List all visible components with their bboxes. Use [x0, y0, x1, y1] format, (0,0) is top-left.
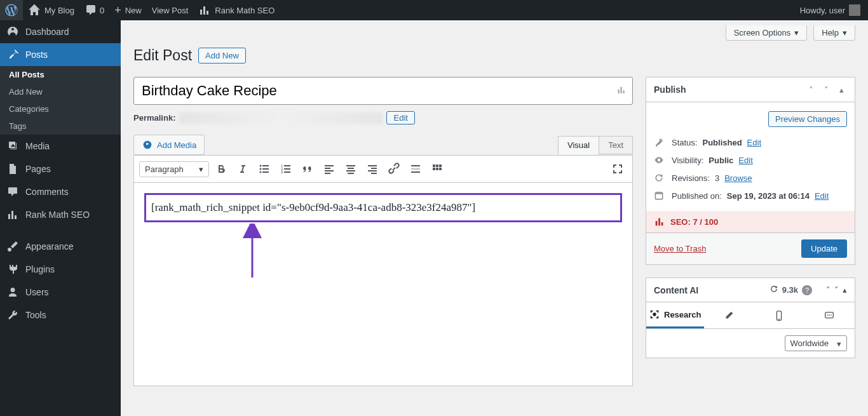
pin-icon [6, 48, 19, 61]
sidebar-item-posts[interactable]: Posts [0, 43, 121, 66]
blockquote-button[interactable] [298, 159, 317, 178]
media-icon [142, 139, 153, 151]
svg-point-0 [260, 165, 262, 167]
rank-math-adminbar-link[interactable]: Rank Math SEO [193, 0, 280, 20]
sidebar-subitem-categories[interactable]: Categories [0, 100, 121, 117]
screen-options-tab[interactable]: Screen Options▾ [726, 25, 808, 41]
revisions-browse-link[interactable]: Browse [724, 173, 752, 183]
metabox-move-up[interactable]: ˄ [805, 84, 817, 95]
number-list-button[interactable]: 123 [276, 159, 295, 178]
move-to-trash-link[interactable]: Move to Trash [654, 244, 706, 253]
admin-sidebar: Dashboard Posts All Posts Add New Catego… [0, 20, 121, 416]
sidebar-item-rank-math[interactable]: Rank Math SEO [0, 203, 121, 226]
permalink-edit-button[interactable]: Edit [386, 111, 414, 124]
avatar [849, 4, 860, 16]
svg-rect-9 [284, 165, 290, 166]
wordpress-icon [5, 4, 18, 17]
svg-rect-14 [325, 170, 334, 171]
revisions-icon [654, 173, 667, 183]
content-ai-tab-phone[interactable] [754, 302, 804, 328]
calendar-icon [654, 191, 667, 201]
svg-rect-32 [439, 168, 442, 170]
bullet-list-button[interactable] [255, 159, 274, 178]
comments-link[interactable]: 0 [79, 0, 109, 20]
metabox-toggle[interactable]: ▴ [836, 84, 847, 95]
key-icon [654, 137, 667, 147]
svg-text:3: 3 [281, 170, 283, 174]
sidebar-item-media[interactable]: Media [0, 135, 121, 158]
sidebar-item-tools[interactable]: Tools [0, 304, 121, 326]
view-post-link[interactable]: View Post [147, 0, 194, 20]
editor-tab-text[interactable]: Text [599, 136, 633, 154]
italic-button[interactable] [233, 159, 252, 178]
wrench-icon [6, 309, 19, 321]
sidebar-item-dashboard[interactable]: Dashboard [0, 20, 121, 43]
shortcode-text: [rank_math_rich_snippet id="s-9eb0cf9d-9… [151, 201, 475, 213]
content-ai-region-select[interactable]: Worldwide [785, 335, 847, 351]
preview-changes-button[interactable]: Preview Changes [768, 111, 847, 127]
page-content: Screen Options▾ Help▾ Edit Post Add New … [121, 20, 868, 416]
align-center-button[interactable] [341, 159, 360, 178]
published-edit-link[interactable]: Edit [815, 191, 829, 201]
refresh-icon[interactable] [770, 285, 778, 295]
metabox-toggle[interactable]: ▴ [843, 285, 847, 295]
readmore-button[interactable] [406, 159, 425, 178]
published-label: Published on: [672, 191, 722, 201]
sidebar-subitem-tags[interactable]: Tags [0, 117, 121, 135]
visibility-label: Visibility: [672, 156, 703, 165]
toolbar-toggle-button[interactable] [428, 159, 447, 178]
editor-body[interactable]: [rank_math_rich_snippet id="s-9eb0cf9d-9… [133, 183, 633, 386]
sidebar-item-pages[interactable]: Pages [0, 158, 121, 180]
sidebar-item-plugins[interactable]: Plugins [0, 258, 121, 281]
svg-point-43 [831, 314, 832, 316]
pencil-icon [723, 310, 735, 321]
update-button[interactable]: Update [801, 239, 847, 258]
sidebar-subitem-add-new[interactable]: Add New [0, 83, 121, 100]
svg-rect-31 [436, 168, 438, 170]
visibility-edit-link[interactable]: Edit [738, 156, 752, 165]
eye-icon [654, 155, 667, 165]
content-ai-tab-chat[interactable] [804, 302, 855, 328]
metabox-move-down[interactable]: ˅ [834, 285, 839, 295]
post-title-input[interactable] [133, 77, 633, 105]
publish-metabox: Publish ˄ ˅ ▴ Preview Changes Status: Pu… [646, 77, 855, 265]
add-media-button[interactable]: Add Media [133, 135, 205, 155]
bold-button[interactable] [212, 159, 231, 178]
phone-icon [773, 310, 785, 321]
page-title: Edit Post [133, 47, 192, 64]
sidebar-item-comments[interactable]: Comments [0, 180, 121, 203]
content-ai-tab-research[interactable]: Research [646, 302, 704, 328]
editor-tab-visual[interactable]: Visual [558, 136, 599, 154]
svg-rect-29 [439, 164, 442, 167]
account-link[interactable]: Howdy, user [795, 0, 865, 20]
metabox-move-down[interactable]: ˅ [820, 84, 832, 95]
link-button[interactable] [384, 159, 403, 178]
comment-icon [85, 4, 97, 17]
sidebar-subitem-all-posts[interactable]: All Posts [0, 66, 121, 83]
metabox-move-up[interactable]: ˄ [826, 285, 831, 295]
svg-rect-10 [284, 168, 290, 170]
help-tab[interactable]: Help▾ [813, 25, 855, 41]
content-ai-tab-write[interactable] [704, 302, 754, 328]
chat-icon [824, 310, 835, 321]
wp-logo[interactable] [0, 0, 23, 20]
svg-rect-30 [433, 168, 435, 170]
fullscreen-button[interactable] [608, 159, 627, 178]
align-right-button[interactable] [363, 159, 382, 178]
align-left-button[interactable] [320, 159, 339, 178]
format-select[interactable]: Paragraph▾ [139, 161, 209, 177]
seo-score-banner[interactable]: SEO: 7 / 100 [646, 211, 855, 232]
sidebar-item-users[interactable]: Users [0, 281, 121, 304]
rank-math-title-icon[interactable] [616, 85, 627, 97]
sidebar-item-appearance[interactable]: Appearance [0, 235, 121, 258]
home-icon [28, 4, 41, 17]
svg-rect-25 [411, 168, 420, 170]
chevron-down-icon: ▾ [794, 28, 799, 37]
site-name-link[interactable]: My Blog [23, 0, 79, 20]
svg-rect-12 [325, 165, 334, 166]
add-new-button[interactable]: Add New [198, 48, 246, 64]
new-content-link[interactable]: + New [109, 0, 147, 20]
svg-rect-16 [346, 165, 355, 166]
help-icon[interactable]: ? [802, 285, 812, 295]
status-edit-link[interactable]: Edit [747, 138, 761, 147]
